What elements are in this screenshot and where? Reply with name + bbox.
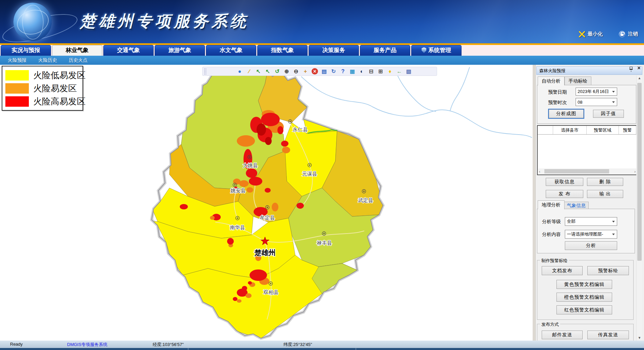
warn-time-select[interactable]: 08 bbox=[576, 98, 617, 106]
nav-tab-服务产品[interactable]: 服务产品 bbox=[360, 45, 410, 56]
fire-risk-spot-red bbox=[281, 141, 288, 147]
warn-time-value: 08 bbox=[578, 100, 582, 105]
map-legend: 火险低易发区火险易发区火险高易发区 bbox=[2, 66, 83, 111]
pin-icon[interactable] bbox=[630, 67, 633, 70]
deselect-icon[interactable]: ↺ bbox=[273, 67, 281, 75]
delete-button[interactable]: 删 除 bbox=[587, 178, 623, 186]
nav-tabs: 实况与预报林业气象交通气象旅游气象水文气象指数气象决策服务服务产品系统管理 bbox=[0, 45, 644, 56]
close-icon[interactable]: × bbox=[636, 65, 642, 72]
select-arrow-icon[interactable]: ↖ bbox=[264, 67, 272, 75]
panel-splitter[interactable] bbox=[533, 65, 535, 341]
yellow-warning-doc-edit-button[interactable]: 黄色预警文档编辑 bbox=[556, 280, 612, 289]
tab-geo-analysis[interactable]: 地理分析 bbox=[538, 200, 565, 209]
zoom-in-icon[interactable]: ⊕ bbox=[283, 67, 290, 75]
nav-tab-水文气象[interactable]: 水文气象 bbox=[206, 45, 256, 56]
map-layout-icon[interactable]: ▧ bbox=[405, 67, 413, 75]
toolbar-grip[interactable] bbox=[204, 68, 206, 74]
analysis-level-select[interactable]: 全部 bbox=[565, 217, 617, 226]
pan-icon[interactable]: + bbox=[302, 67, 309, 75]
fire-risk-spot-orange bbox=[247, 187, 253, 193]
measure-ruler-icon[interactable]: ∕ bbox=[245, 67, 253, 75]
factor-value-button[interactable]: 因子值 bbox=[593, 110, 624, 118]
plot-group-label: 制作预警标绘 bbox=[540, 258, 569, 264]
publish-group-label: 发布方式 bbox=[540, 321, 560, 328]
fax-send-button[interactable]: 传真发送 bbox=[587, 331, 629, 339]
nav-tab-实况与预报[interactable]: 实况与预报 bbox=[1, 45, 51, 56]
table-hscrollbar[interactable]: ‹ › bbox=[538, 168, 637, 174]
prefecture-regions bbox=[153, 67, 383, 338]
red-warning-doc-edit-button[interactable]: 红色预警文档编辑 bbox=[556, 305, 612, 314]
sub-tab-火险预报[interactable]: 火险预报 bbox=[8, 57, 26, 63]
select-feature-icon[interactable]: ↖ bbox=[255, 67, 262, 75]
status-latitude: 纬度:25°32'45" bbox=[283, 342, 312, 348]
doc-publish-button[interactable]: 文档发布 bbox=[542, 266, 583, 275]
hscroll-thumb[interactable] bbox=[544, 169, 609, 173]
minimize-button[interactable]: 最小化 bbox=[579, 31, 603, 37]
fire-risk-spot-red bbox=[227, 238, 234, 245]
analysis-level-label: 分析等级 bbox=[542, 219, 561, 225]
back-icon[interactable]: ← bbox=[395, 67, 403, 75]
fire-risk-spot-red bbox=[250, 269, 267, 281]
nav-tab-林业气象[interactable]: 林业气象 bbox=[52, 45, 102, 57]
forest-fire-panel: 森林火险预报 × 自动分析 手动标绘 预警日期 2023年 6月16日 预警时次… bbox=[535, 65, 644, 341]
analyze-map-button[interactable]: 分析成图 bbox=[549, 109, 584, 118]
county-label-南华县: 南华县 bbox=[230, 224, 245, 230]
get-info-button[interactable]: 获取信息 bbox=[546, 178, 583, 186]
panel-vscrollbar[interactable]: ▲ ▼ bbox=[636, 76, 642, 341]
print-setup-icon[interactable]: ⊞ bbox=[377, 67, 384, 75]
nav-tab-系统管理[interactable]: 系统管理 bbox=[411, 45, 462, 56]
export-button[interactable]: 输 出 bbox=[587, 190, 623, 198]
overview-window-icon[interactable]: ▤ bbox=[320, 67, 328, 75]
logout-label: 注销 bbox=[628, 31, 638, 37]
capital-label: 楚雄州 bbox=[254, 249, 276, 257]
sub-tab-火险历史[interactable]: 火险历史 bbox=[38, 57, 57, 63]
globe-icon[interactable]: ● bbox=[236, 67, 244, 75]
print-icon[interactable]: ⊟ bbox=[367, 67, 375, 75]
refresh-page-icon[interactable]: ↻ bbox=[330, 67, 337, 75]
tab-auto-analysis[interactable]: 自动分析 bbox=[538, 77, 565, 86]
fire-risk-spot-red bbox=[248, 281, 252, 285]
map-canvas[interactable]: 永仁县元谋县大姚县姚安县武定县南华县牟定县禄丰县双柏县楚雄州 火险低易发区火险易… bbox=[0, 65, 533, 341]
publish-button[interactable]: 发 布 bbox=[546, 190, 583, 198]
warning-plot-button[interactable]: 预警标绘 bbox=[587, 266, 629, 275]
sub-tab-历史火点[interactable]: 历史火点 bbox=[69, 57, 88, 63]
warning-table[interactable]: 选择县市预警区域预警 ‹ › bbox=[537, 125, 638, 175]
scroll-up-arrow[interactable]: ▲ bbox=[637, 76, 642, 81]
fire-risk-spot-orange bbox=[210, 216, 215, 220]
logout-button[interactable]: 注销 bbox=[619, 31, 638, 37]
nav-tab-决策服务[interactable]: 决策服务 bbox=[309, 45, 359, 56]
scroll-down-arrow[interactable]: ▼ bbox=[637, 335, 642, 341]
warn-date-select[interactable]: 2023年 6月16日 bbox=[576, 88, 617, 96]
app-header: 楚雄州专项服务系统 最小化 注销 bbox=[0, 0, 644, 44]
table-header-cell[interactable]: 选择县市 bbox=[553, 126, 587, 134]
vscroll-thumb[interactable] bbox=[637, 83, 642, 261]
orange-warning-doc-edit-button[interactable]: 橙色预警文档编辑 bbox=[556, 293, 612, 302]
analysis-level-value: 全部 bbox=[567, 218, 576, 224]
county-label-禄丰县: 禄丰县 bbox=[317, 240, 332, 246]
nav-tab-指数气象[interactable]: 指数气象 bbox=[257, 45, 308, 56]
table-header-cell[interactable]: 预警区域 bbox=[587, 126, 619, 134]
identify-icon[interactable]: ? bbox=[339, 67, 347, 75]
map-toolbar: ●∕↖↖↺⊕⊖+×▤↻?▦◐⊟⊞♦←▧ bbox=[202, 67, 437, 76]
tab-manual-plot[interactable]: 手动标绘 bbox=[565, 77, 591, 86]
table-header-cell[interactable]: 预警 bbox=[619, 126, 636, 134]
nav-tab-交通气象[interactable]: 交通气象 bbox=[103, 45, 154, 56]
analyze-button[interactable]: 分析 bbox=[565, 241, 617, 250]
county-marker-dot bbox=[249, 156, 250, 158]
stop-icon[interactable]: × bbox=[312, 68, 318, 74]
analysis-content-select[interactable]: 一请选择地理图层- bbox=[565, 230, 617, 239]
pushpin-icon[interactable]: ♦ bbox=[386, 67, 394, 75]
email-send-button[interactable]: 邮件发送 bbox=[542, 331, 583, 339]
status-system-link[interactable]: DMGIS专项服务系统 bbox=[67, 342, 108, 348]
table-header-cell[interactable] bbox=[538, 126, 553, 134]
fire-risk-spot-red bbox=[265, 137, 272, 145]
scroll-left-arrow[interactable]: ‹ bbox=[539, 169, 540, 173]
river-line bbox=[395, 70, 436, 111]
zoom-out-icon[interactable]: ⊖ bbox=[292, 67, 300, 75]
export-image-icon[interactable]: ▦ bbox=[348, 67, 356, 75]
status-longitude: 经度:103°56'57" bbox=[153, 342, 184, 348]
scroll-right-arrow[interactable]: › bbox=[634, 169, 636, 173]
night-globe-icon[interactable]: ◐ bbox=[358, 67, 366, 75]
nav-tab-旅游气象[interactable]: 旅游气象 bbox=[155, 45, 205, 56]
fire-risk-spot-orange bbox=[239, 180, 249, 187]
